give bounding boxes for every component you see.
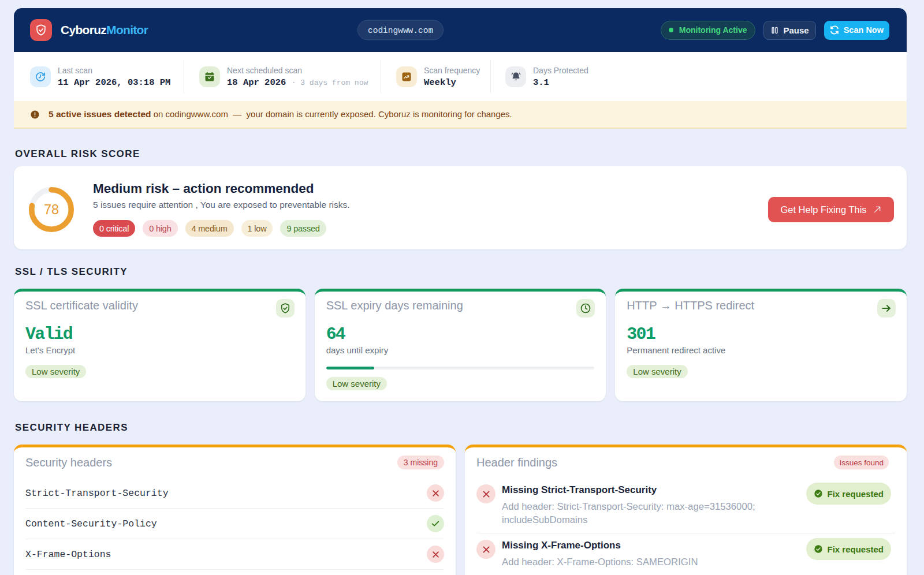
svg-text:78: 78 <box>44 202 59 217</box>
